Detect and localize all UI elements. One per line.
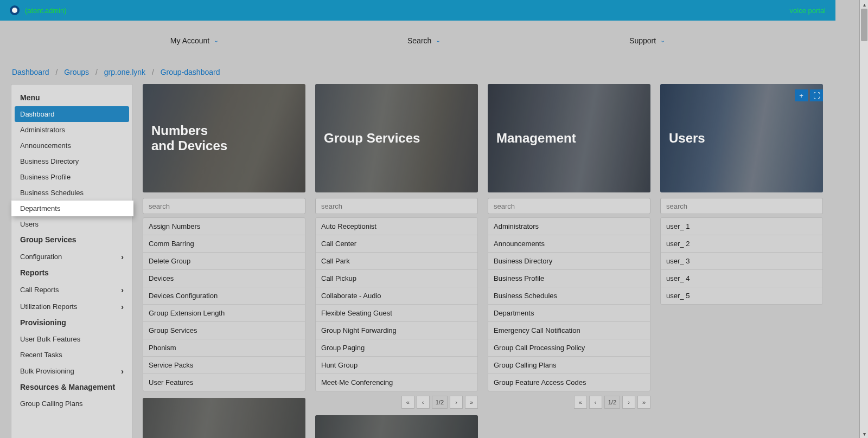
- scroll-up-icon[interactable]: ▴: [860, 0, 868, 9]
- search-input[interactable]: [143, 198, 305, 214]
- chevron-down-icon: ⌄: [436, 37, 441, 44]
- list-item[interactable]: Administrators: [488, 218, 650, 235]
- mini-hero[interactable]: [143, 398, 305, 438]
- list-item[interactable]: Business Profile: [488, 270, 650, 287]
- scroll-down-icon[interactable]: ▾: [860, 429, 868, 438]
- list-item[interactable]: user_ 5: [661, 287, 822, 304]
- list-item[interactable]: Emergency Call Notification: [488, 322, 650, 339]
- list-item[interactable]: Delete Group: [143, 253, 305, 270]
- list-item[interactable]: Devices Configuration: [143, 287, 305, 305]
- pager-prev[interactable]: ‹: [589, 396, 602, 409]
- list-item[interactable]: user_ 3: [661, 253, 822, 270]
- list-item[interactable]: Business Directory: [488, 253, 650, 270]
- breadcrumb-current[interactable]: Group-dashboard: [161, 68, 220, 76]
- pager-next[interactable]: ›: [450, 396, 463, 409]
- list-item[interactable]: user_ 2: [661, 235, 822, 253]
- list-item[interactable]: Call Park: [316, 253, 477, 270]
- sidebar-item[interactable]: Administrators: [11, 122, 132, 138]
- sidebar-item-label: User Bulk Features: [20, 335, 80, 343]
- list-item[interactable]: Phonism: [143, 339, 305, 357]
- page-scrollbar[interactable]: ▴ ▾: [859, 0, 868, 438]
- list-item[interactable]: Service Packs: [143, 357, 305, 374]
- pager-next[interactable]: ›: [622, 396, 635, 409]
- mini-hero[interactable]: [315, 415, 478, 438]
- sidebar-section-title: Provisioning: [11, 315, 132, 331]
- list-item[interactable]: Departments: [488, 305, 650, 322]
- pager: «‹1/2›»: [315, 396, 478, 409]
- chevron-right-icon: ›: [121, 285, 124, 294]
- pager-prev[interactable]: ‹: [417, 396, 430, 409]
- list-item[interactable]: Assign Numbers: [143, 218, 305, 235]
- list-item[interactable]: User Features: [143, 374, 305, 391]
- pager-last[interactable]: »: [637, 396, 650, 409]
- search-input[interactable]: [315, 198, 478, 214]
- list-item[interactable]: Meet-Me Conferencing: [316, 374, 477, 391]
- list-item[interactable]: Call Pickup: [316, 270, 477, 287]
- chevron-down-icon: ⌄: [214, 37, 219, 44]
- list-item[interactable]: Auto Receptionist: [316, 218, 477, 235]
- pager-first[interactable]: «: [401, 396, 414, 409]
- breadcrumb-sep: /: [95, 68, 98, 76]
- nav-search-label: Search: [407, 36, 431, 45]
- list-item[interactable]: Group Paging: [316, 339, 477, 357]
- sidebar-item[interactable]: Announcements: [11, 138, 132, 153]
- sidebar-item[interactable]: Utilization Reports›: [11, 298, 132, 315]
- column-title: Users: [669, 131, 705, 146]
- column-hero[interactable]: Management: [488, 84, 650, 192]
- sidebar-item[interactable]: Call Reports›: [11, 281, 132, 298]
- list-item[interactable]: Collaborate - Audio: [316, 287, 477, 305]
- portal-label[interactable]: voice portal: [790, 7, 826, 15]
- sidebar-item[interactable]: Bulk Provisioning›: [11, 363, 132, 379]
- sidebar-item[interactable]: Users: [11, 216, 132, 232]
- list-item[interactable]: Group Extension Length: [143, 305, 305, 322]
- sidebar-item-label: Utilization Reports: [20, 302, 78, 311]
- list-item[interactable]: Call Center: [316, 235, 477, 253]
- sidebar-section-title: Menu: [11, 90, 132, 106]
- breadcrumb-groups[interactable]: Groups: [64, 68, 89, 76]
- list-item[interactable]: Group Call Processing Policy: [488, 339, 650, 357]
- list-item[interactable]: Comm Barring: [143, 235, 305, 253]
- column-list: user_ 1user_ 2user_ 3user_ 4user_ 5: [660, 217, 823, 305]
- sidebar-item[interactable]: Business Directory: [11, 153, 132, 169]
- search-input[interactable]: [488, 198, 650, 214]
- sidebar-item[interactable]: Business Schedules: [11, 185, 132, 201]
- list-item[interactable]: user_ 4: [661, 270, 822, 287]
- sidebar-item[interactable]: Group Calling Plans: [11, 396, 132, 411]
- list-item[interactable]: Group Feature Access Codes: [488, 374, 650, 391]
- list-item[interactable]: Group Services: [143, 322, 305, 339]
- search-input[interactable]: [660, 198, 823, 214]
- pager-first[interactable]: «: [574, 396, 587, 409]
- sidebar-item-label: Users: [20, 220, 39, 228]
- column-hero[interactable]: Group Services: [315, 84, 478, 192]
- breadcrumb: Dashboard / Groups / grp.one.lynk / Grou…: [0, 60, 835, 79]
- column-list: Auto ReceptionistCall CenterCall ParkCal…: [315, 217, 478, 391]
- corner-buttons: +⛶: [795, 89, 823, 101]
- nav-support[interactable]: Support ⌄: [629, 36, 665, 45]
- sidebar-item[interactable]: User Bulk Features: [11, 331, 132, 347]
- sidebar-item[interactable]: Departments: [11, 201, 133, 216]
- column-hero[interactable]: Numbersand Devices: [143, 84, 305, 192]
- list-item[interactable]: Flexible Seating Guest: [316, 305, 477, 322]
- list-item[interactable]: Hunt Group: [316, 357, 477, 374]
- list-item[interactable]: Devices: [143, 270, 305, 287]
- dashboard-column: Users+⛶user_ 1user_ 2user_ 3user_ 4user_…: [660, 84, 823, 305]
- navbar: My Account ⌄ Search ⌄ Support ⌄: [0, 21, 835, 60]
- sidebar-item-label: Departments: [20, 204, 60, 212]
- breadcrumb-group-id[interactable]: grp.one.lynk: [104, 68, 145, 76]
- list-item[interactable]: Group Calling Plans: [488, 357, 650, 374]
- list-item[interactable]: Group Night Forwarding: [316, 322, 477, 339]
- nav-search[interactable]: Search ⌄: [407, 36, 441, 45]
- list-item[interactable]: user_ 1: [661, 218, 822, 235]
- list-item[interactable]: Business Schedules: [488, 287, 650, 305]
- sidebar-item[interactable]: Configuration›: [11, 248, 132, 265]
- list-item[interactable]: Announcements: [488, 235, 650, 253]
- sidebar-item[interactable]: Business Profile: [11, 169, 132, 185]
- add-icon[interactable]: +: [795, 89, 808, 101]
- pager-last[interactable]: »: [465, 396, 478, 409]
- hierarchy-icon[interactable]: ⛶: [810, 89, 823, 101]
- sidebar-item[interactable]: Recent Tasks: [11, 347, 132, 363]
- breadcrumb-dashboard[interactable]: Dashboard: [12, 68, 49, 76]
- scroll-thumb[interactable]: [861, 9, 867, 41]
- nav-my-account[interactable]: My Account ⌄: [170, 36, 219, 45]
- sidebar-item[interactable]: Dashboard: [15, 106, 129, 122]
